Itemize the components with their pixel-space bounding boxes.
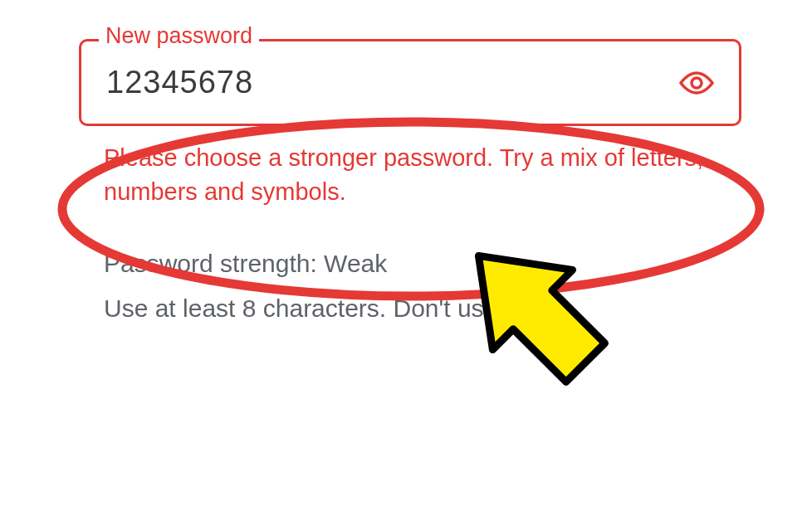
password-hint-text: Use at least 8 characters. Don't use a (79, 289, 741, 327)
password-field-wrapper: New password 12345678 (79, 39, 741, 126)
toggle-visibility-icon[interactable] (677, 71, 716, 95)
password-input-value: 12345678 (106, 65, 681, 100)
new-password-input[interactable]: 12345678 (79, 39, 741, 126)
password-field-label: New password (99, 23, 259, 49)
password-form-section: New password 12345678 Please choose a st… (0, 0, 812, 327)
password-error-message: Please choose a stronger password. Try a… (79, 141, 741, 208)
password-strength-label: Password strength: Weak (79, 250, 741, 278)
svg-point-0 (692, 78, 702, 88)
